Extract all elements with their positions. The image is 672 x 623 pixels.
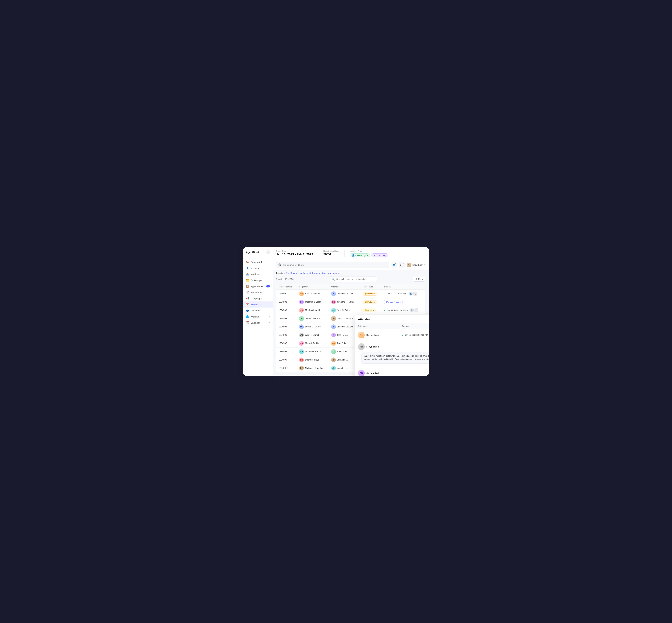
ticket-type-badge: 😊 Platinum [363,292,377,296]
check-icon: ✓ [384,292,386,295]
popup-col-present: Present [402,325,429,327]
col-ticket-type: Ticket Type [360,284,382,290]
sidebar-item-website[interactable]: 🌐 Website ▼ [243,314,273,320]
location-badges: 👤 In-Person(50) 🖥 Virtual (80) [350,254,388,258]
attendee-name: Amie J. W... [337,350,349,353]
sidebar-item-members[interactable]: 👤 Members [243,265,273,271]
sidebar-item-vendors[interactable]: 🏪 Vendors [243,271,273,277]
attendee-avatar: GR [331,300,336,304]
message-dot [403,263,404,264]
mark-as-present-button[interactable]: Mark as Present [384,300,403,304]
chevron-down-icon: ▼ [268,297,270,299]
breadcrumb-current: Real Estate Development, Investment and … [286,272,341,274]
sidebar-item-events[interactable]: 📅 Events [243,301,273,307]
sidebar-item-social-post[interactable]: 📈 Social Post ▼ [243,289,273,295]
ticket-number-cell: 12345010 [276,364,297,372]
col-present: Present [382,284,425,290]
attendee-name: Jose S. Colon [337,309,350,312]
members-icon: 👤 [246,267,249,270]
sidebar-item-label: Events [251,303,258,306]
calendar-icon: 📆 [246,321,249,324]
registration-count-value: 50/80 [323,253,340,256]
notifications-button[interactable]: 👤 [391,262,397,268]
registrar-cell: AR Alicia R. Mattes [297,290,329,298]
table-area: Showing 10 of 150 🔍 ⚙ Filter Ticket Numb… [273,274,429,376]
sidebar-item-label: Vendors [251,273,259,275]
registrar-name: Jerry C. Denson [305,317,320,320]
sidebar-item-label: Applications [251,285,263,288]
popup-row: FM Floyd Miles Amet minim mollit non des… [355,341,429,367]
location-type-label: Location Type [350,250,388,252]
registrar-avatar: WR [299,333,304,337]
view-icon-button[interactable]: 👤 [410,308,414,312]
sidebar-item-calendar[interactable]: 📆 Calendar ▼ [243,320,273,326]
registrar-cell: OD Oscar D. Caesar [297,298,329,306]
breadcrumb-separator: › [284,272,285,274]
popup-sub-header: Attendee Present [355,323,429,329]
sidebar-item-campaigns[interactable]: 📢 Campaigns ▼ [243,295,273,301]
breadcrumb-root[interactable]: Events [276,272,283,274]
popup-attendee-name: Jerome Bell [367,372,379,375]
attendee-avatar: JP [331,357,336,362]
action-icons: 👤 📋 [410,308,418,312]
registrar-name: Alicia R. Mattes [305,293,320,295]
messages-button[interactable]: 💬 [399,262,405,268]
location-type-card: Location Type 👤 In-Person(50) 🖥 Virtual … [350,250,388,258]
present-cell: ✓ Jan 10, 2023 at 10:55 AM 👤 📋 [402,333,429,337]
topbar-search[interactable]: 🔍 [276,262,389,268]
attendee-avatar: BD [331,341,336,346]
collapse-icon[interactable]: « [266,250,270,254]
ticket-number-cell: 1234504 [276,315,297,323]
attendee-name: Jaime B. Watkins [337,293,353,295]
table-search-input[interactable] [337,278,375,280]
applications-icon: 📋 [246,285,249,288]
ticket-number-cell: 1234506 [276,331,297,339]
view-icon-button[interactable]: 👤 [409,292,413,296]
table-row: 1234502 OD Oscar D. Caesar GR Gregoria R… [276,298,425,306]
registration-count-label: Registration Count [323,250,340,252]
registrar-name: Mary S. Padilla [305,342,319,345]
registrar-avatar: JC [299,316,304,321]
ticket-number-cell: 1234503 [276,306,297,315]
applications-badge: 50 [266,285,270,288]
popup-row-content: DL Devon Lane ✓ Jan 10, 2023 at 10:55 AM… [358,332,429,338]
registrar-avatar: LC [299,324,304,329]
edit-icon-button[interactable]: 📋 [413,292,417,296]
present-status-cell: Mark as Present [382,298,425,306]
dashboard-icon: 🏠 [246,261,249,264]
registrar-avatar: MS [299,341,304,346]
registrar-cell: JC Jerry C. Denson [297,315,329,323]
popup-row-content: FM Floyd Miles [358,343,429,350]
attendee-avatar: IN [331,333,336,337]
sidebar-item-elections[interactable]: 🗳️ Elections [243,307,273,314]
search-input[interactable] [283,264,387,266]
search-icon: 🔍 [278,263,282,267]
sidebar-item-dashboard[interactable]: 🏠 Dashboard [243,259,273,265]
monitor-icon: 🖥 [374,254,376,257]
table-search[interactable]: 🔍 [329,276,377,282]
sidebar-item-label: Website [251,316,259,318]
search-icon: 🔍 [332,277,335,281]
registrar-name: Nathan E. Douglas [305,367,323,369]
registrar-avatar: OD [299,300,304,304]
user-menu[interactable]: RK Raza Khan ▾ [407,263,426,267]
sidebar-logo: AgentBook « [243,250,273,257]
popup-col-attendee: Attendee [358,325,402,327]
filter-button[interactable]: ⚙ Filter [413,277,426,281]
sidebar-item-brokerages[interactable]: 🗂️ Brokerages [243,277,273,283]
popup-title: Attendee [355,315,429,323]
chevron-down-icon: ▼ [268,322,270,324]
edit-icon-button[interactable]: 📋 [414,308,418,312]
attendee-name: Jaime B. Watkins [337,326,353,328]
sidebar-item-label: Social Post [251,291,262,294]
sidebar-item-applications[interactable]: 📋 Applications 50 [243,283,273,289]
sidebar: AgentBook « 🏠 Dashboard 👤 Members 🏪 Vend… [243,247,273,376]
check-icon: ✓ [384,309,386,312]
topbar-icons: 👤 💬 RK Raza Khan ▾ [391,262,426,268]
registrar-name: Wes R. Carroll [305,334,319,336]
campaigns-icon: 📢 [246,297,249,300]
col-registrar: Registrar [297,284,329,290]
col-ticket-number: Ticket Number [276,284,297,290]
ticket-type-cell: 😊 Platinum [360,290,382,298]
attendee-popup: Attendee Attendee Present DL Devon Lane … [355,315,429,376]
